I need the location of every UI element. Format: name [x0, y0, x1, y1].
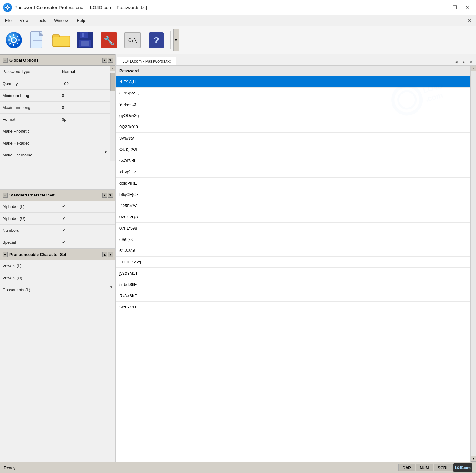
opt-quantity-value[interactable]: 100 — [59, 78, 110, 89]
tab-label: LO4D.com - Passwords.txt — [122, 59, 171, 64]
new-profile-button[interactable] — [3, 29, 25, 51]
list-item[interactable]: >U\g9Hjz — [116, 166, 470, 178]
global-options-blank — [0, 161, 115, 189]
list-item[interactable]: LPOHBMxq — [116, 257, 470, 268]
cmd-button[interactable]: C:\ — [121, 29, 144, 51]
list-item[interactable]: doIdPIRE — [116, 178, 470, 189]
maximize-button[interactable]: ☐ — [449, 3, 460, 12]
opt-username-value[interactable]: ▼ — [59, 149, 110, 155]
svg-rect-23 — [53, 37, 69, 46]
list-item[interactable]: b6qOF}e> — [116, 189, 470, 200]
passwords-tab[interactable]: LO4D.com - Passwords.txt — [117, 57, 176, 65]
minimize-button[interactable]: — — [437, 3, 448, 12]
global-options-collapse[interactable]: − — [3, 58, 8, 63]
scrollbar-thumb[interactable] — [110, 73, 115, 91]
num-indicator: NUM — [416, 464, 433, 471]
opt-hexadecimal-value[interactable] — [59, 137, 110, 149]
list-header-label: Password — [119, 69, 139, 73]
consonants-l-label: Consonants (L) — [0, 284, 59, 296]
standard-charset-title: Standard Character Set — [9, 193, 55, 197]
menu-help[interactable]: Help — [73, 17, 89, 24]
pron-scroll-down[interactable]: ▼ — [108, 252, 113, 257]
list-item[interactable]: gyOO&r2g — [116, 110, 470, 121]
global-options-content: Password Type Normal Quantity 100 Minimu… — [0, 66, 115, 161]
special-label: Special — [0, 236, 59, 248]
list-item[interactable]: 9Q22k0^9 — [116, 121, 470, 133]
tab-nav: ◄ ► ✕ — [453, 58, 475, 65]
list-item[interactable]: <sOI7>5- — [116, 155, 470, 166]
list-item[interactable]: cSi!!{x< — [116, 234, 470, 245]
opt-max-length-label: Maximum Leng — [0, 101, 59, 113]
list-item[interactable]: 3yf!#$ty — [116, 133, 470, 144]
list-item[interactable]: jy2&9M1T — [116, 268, 470, 279]
window-title: Password Generator Professional - [LO4D.… — [14, 5, 147, 10]
menu-view[interactable]: View — [16, 17, 32, 24]
right-scrollbar-down[interactable]: ▼ — [471, 456, 476, 462]
list-item[interactable]: 0ZG0?L{8 — [116, 211, 470, 223]
global-options-section: − Global Options ▲ ▼ Password Type Norma… — [0, 54, 115, 161]
pron-scroll-up[interactable]: ▲ — [102, 252, 107, 257]
pronounceable-table: Vowels (L) Vowels (U) Consonants (L) ▼ — [0, 260, 115, 296]
menu-close-button[interactable]: ✕ — [463, 16, 475, 25]
pronounceable-collapse[interactable]: − — [3, 252, 8, 257]
tab-close-button[interactable]: ✕ — [468, 58, 475, 65]
std-scroll-up[interactable]: ▲ — [102, 193, 107, 198]
list-item[interactable]: 5!2LYCFu — [116, 302, 470, 313]
table-row: Minimum Leng 8 — [0, 89, 110, 101]
alphabet-l-label: Alphabet (L) — [0, 201, 59, 213]
list-item[interactable]: 51-&3(-6 — [116, 245, 470, 257]
list-item[interactable]: *LE9t8,H — [116, 76, 470, 88]
numbers-value[interactable]: ✔ — [59, 225, 115, 236]
std-scroll-down[interactable]: ▼ — [108, 193, 113, 198]
numbers-label: Numbers — [0, 225, 59, 236]
tab-prev-button[interactable]: ◄ — [453, 58, 460, 65]
status-text: Ready — [4, 465, 398, 470]
toolbar-separator — [170, 31, 171, 49]
list-item[interactable]: CJ%qW5Q£ — [116, 88, 470, 99]
vowels-u-value[interactable] — [59, 272, 115, 284]
menu-window[interactable]: Window — [50, 17, 72, 24]
global-options-scroll-up[interactable]: ▲ — [102, 58, 107, 63]
list-item[interactable]: Rx3w6KP! — [116, 290, 470, 302]
opt-min-length-value[interactable]: 8 — [59, 89, 110, 101]
open-file-button[interactable] — [26, 29, 49, 51]
alphabet-u-value[interactable]: ✔ — [59, 213, 115, 225]
opt-password-type-value[interactable]: Normal — [59, 66, 110, 78]
save-button[interactable] — [74, 29, 96, 51]
tools-button[interactable]: 🔧 — [98, 29, 120, 51]
table-row: Make Phonetic — [0, 125, 110, 137]
vowels-l-label: Vowels (L) — [0, 260, 59, 272]
consonants-l-value[interactable]: ▼ — [59, 284, 115, 290]
list-item[interactable]: 07F1*598 — [116, 223, 470, 234]
list-item[interactable]: 9=4eH;;0 — [116, 99, 470, 110]
svg-rect-28 — [81, 41, 89, 46]
global-options-scroll-down[interactable]: ▼ — [108, 58, 113, 63]
list-item[interactable]: :^05BV*V — [116, 200, 470, 211]
global-options-title: Global Options — [9, 58, 38, 63]
toolbar-scroll-down[interactable]: ▼ — [173, 29, 179, 51]
menu-file[interactable]: File — [1, 17, 15, 24]
table-row: Alphabet (L) ✔ — [0, 201, 115, 213]
right-panel: LO4D.com - Passwords.txt ◄ ► ✕ Password — [116, 54, 476, 462]
opt-max-length-value[interactable]: 8 — [59, 101, 110, 113]
tab-next-button[interactable]: ► — [460, 58, 467, 65]
open-folder-button[interactable] — [50, 29, 73, 51]
opt-phonetic-value[interactable] — [59, 125, 110, 137]
list-item[interactable]: OU&),?Oh — [116, 144, 470, 155]
help-button[interactable]: ? — [145, 29, 168, 51]
table-row: Make Hexadeci — [0, 137, 110, 149]
list-item[interactable]: 5_bd\$6E — [116, 279, 470, 290]
close-button[interactable]: ✕ — [462, 3, 473, 12]
vowels-l-value[interactable] — [59, 260, 115, 272]
standard-charset-collapse[interactable]: − — [3, 193, 8, 198]
toolbar: 🔧 C:\ ? ▼ — [0, 26, 476, 54]
opt-format-value[interactable]: $p — [59, 113, 110, 125]
title-bar: Password Generator Professional - [LO4D.… — [0, 0, 476, 15]
menu-tools[interactable]: Tools — [33, 17, 50, 24]
window-controls: — ☐ ✕ — [437, 3, 473, 12]
svg-text:🔧: 🔧 — [104, 35, 114, 46]
alphabet-l-value[interactable]: ✔ — [59, 201, 115, 213]
special-value[interactable]: ✔ — [59, 236, 115, 248]
right-scrollbar-up[interactable]: ▲ — [471, 66, 476, 71]
scrollbar-up-arrow[interactable]: ▲ — [110, 66, 116, 71]
